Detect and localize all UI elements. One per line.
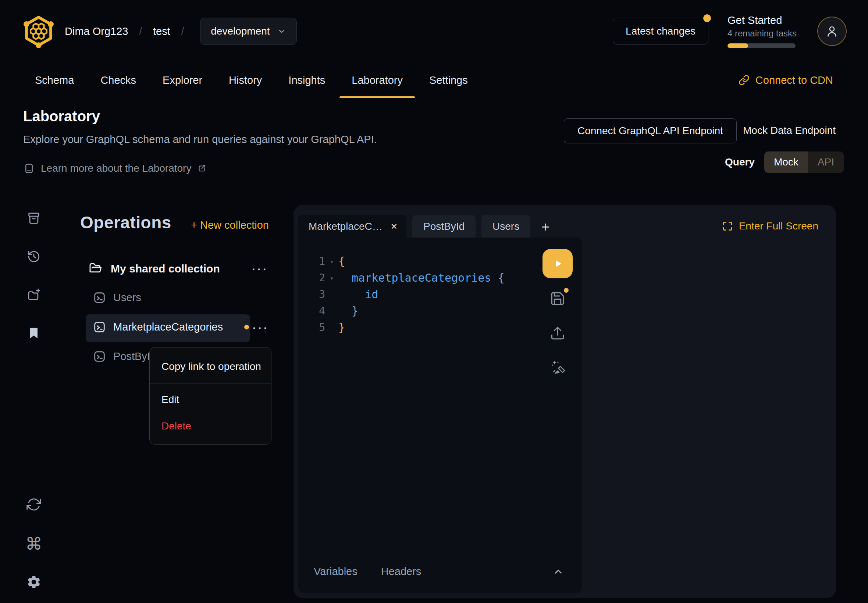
get-started-progressbar [727, 43, 795, 48]
tab-checks[interactable]: Checks [101, 62, 136, 98]
operation-item-marketplacecategories[interactable]: MarketplaceCategories [93, 321, 249, 334]
add-tab-button[interactable]: + [542, 219, 549, 235]
target-select-value: development [211, 25, 269, 37]
breadcrumb-separator: / [179, 26, 186, 37]
toggle-mock[interactable]: Mock [764, 152, 808, 173]
editor-tab-users[interactable]: Users [481, 215, 531, 238]
line-number: 2 [298, 272, 325, 284]
query-label: Query [725, 156, 755, 168]
code-line: 4 } [298, 303, 582, 319]
person-icon [825, 25, 839, 38]
line-number: 1 [298, 255, 325, 267]
new-collection-button[interactable]: + New collection [191, 219, 269, 231]
save-operation-button[interactable] [550, 291, 565, 306]
tab-insights[interactable]: Insights [288, 62, 325, 98]
close-icon[interactable]: ✕ [391, 222, 398, 232]
operation-icon [93, 291, 106, 304]
new-folder-icon[interactable] [0, 288, 68, 302]
laboratory-panel: Enter Full Screen MarketplaceC… ✕ PostBy… [294, 205, 836, 598]
book-icon [23, 162, 35, 174]
prettify-button[interactable] [549, 359, 566, 375]
code-line: 5 } [298, 319, 582, 336]
fullscreen-icon [722, 221, 733, 232]
command-glyph: ⌘ [25, 534, 42, 554]
collection-name: My shared collection [111, 263, 220, 275]
query-mode-toggle: Mock API [764, 152, 844, 173]
collapse-chevron-up-icon[interactable] [552, 566, 564, 578]
breadcrumb-project[interactable]: test [153, 25, 170, 37]
line-number: 4 [298, 305, 325, 317]
tools-rail: ⌘ [0, 195, 68, 603]
settings-gear-icon[interactable] [0, 574, 68, 590]
operation-label: MarketplaceCategories [113, 321, 223, 333]
tab-settings[interactable]: Settings [429, 62, 468, 98]
operation-context-menu: Copy link to operation Edit Delete [149, 347, 271, 445]
line-number: 3 [298, 288, 325, 300]
mock-data-endpoint-link[interactable]: Mock Data Endpoint [743, 125, 836, 136]
share-operation-button[interactable] [550, 325, 565, 341]
bookmark-icon[interactable] [0, 326, 68, 340]
operation-menu-button[interactable]: ··· [253, 322, 269, 335]
run-query-button[interactable] [543, 249, 572, 278]
tab-history[interactable]: History [229, 62, 262, 98]
hive-logo-icon[interactable] [21, 14, 56, 48]
code-token: marketplaceCategories [338, 271, 498, 284]
breadcrumb: Dima Org123 / test / development [21, 14, 297, 48]
variables-tab[interactable]: Variables [314, 566, 357, 578]
tab-schema[interactable]: Schema [35, 62, 74, 98]
notification-dot [703, 14, 711, 22]
code-token: { [498, 271, 504, 284]
menu-divider [150, 383, 271, 384]
operation-item-users[interactable]: Users [93, 291, 141, 304]
code-area[interactable]: 1 ▾ { 2 ▾ marketplaceCategories { 3 id 4… [298, 253, 582, 336]
shortcuts-icon[interactable]: ⌘ [0, 534, 68, 554]
headers-tab[interactable]: Headers [381, 566, 421, 578]
editor-tab-marketplacecategories[interactable]: MarketplaceC… ✕ [298, 215, 407, 238]
nav-tabs: Schema Checks Explorer History Insights … [35, 62, 468, 98]
code-line: 3 id [298, 286, 582, 303]
chevron-down-icon [277, 27, 286, 36]
query-mode-row: Query Mock API [725, 152, 844, 173]
menu-item-copy-link[interactable]: Copy link to operation [161, 361, 261, 373]
page-title: Laboratory [23, 108, 377, 125]
enter-fullscreen-link[interactable]: Enter Full Screen [722, 220, 818, 232]
collection-row[interactable]: My shared collection [89, 262, 220, 276]
connect-cdn-link[interactable]: Connect to CDN [738, 74, 833, 87]
learn-more-link[interactable]: Learn more about the Laboratory [23, 162, 377, 174]
collection-menu-button[interactable]: ··· [252, 263, 269, 276]
get-started-widget[interactable]: Get Started 4 remaining tasks [727, 14, 798, 48]
editor-actions [540, 249, 575, 375]
editor-tab-row: MarketplaceC… ✕ PostById Users + [298, 215, 549, 238]
enter-fullscreen-label: Enter Full Screen [739, 220, 818, 232]
latest-changes-button[interactable]: Latest changes [613, 18, 709, 45]
operation-icon [93, 350, 106, 363]
get-started-title: Get Started [727, 14, 798, 26]
history-icon[interactable] [0, 249, 68, 264]
menu-item-edit[interactable]: Edit [161, 394, 179, 405]
toggle-api[interactable]: API [808, 152, 844, 173]
editor-tab-postbyid[interactable]: PostById [412, 215, 475, 238]
external-link-icon [197, 164, 207, 173]
breadcrumb-org[interactable]: Dima Org123 [65, 25, 128, 37]
menu-item-delete[interactable]: Delete [161, 420, 191, 432]
operations-title: Operations [80, 212, 172, 232]
code-line: 2 ▾ marketplaceCategories { [298, 269, 582, 286]
refetch-schema-icon[interactable] [0, 497, 68, 512]
operation-item-postbyid[interactable]: PostById [93, 350, 156, 363]
tab-laboratory[interactable]: Laboratory [351, 62, 403, 98]
fold-icon[interactable]: ▾ [325, 257, 338, 266]
link-icon [738, 75, 750, 86]
code-token: } [338, 321, 345, 334]
query-editor[interactable]: 1 ▾ { 2 ▾ marketplaceCategories { 3 id 4… [298, 238, 582, 593]
user-avatar[interactable] [817, 17, 847, 46]
target-select[interactable]: development [200, 18, 296, 45]
tab-explorer[interactable]: Explorer [162, 62, 202, 98]
operation-icon [93, 321, 106, 334]
operation-collections-icon[interactable] [0, 211, 68, 226]
editor-bottom-bar: Variables Headers [298, 550, 582, 593]
fold-icon[interactable]: ▾ [325, 274, 338, 282]
editor-tab-label: MarketplaceC… [309, 221, 382, 232]
connect-graphql-endpoint-button[interactable]: Connect GraphQL API Endpoint [564, 118, 737, 144]
get-started-subtitle: 4 remaining tasks [727, 28, 798, 39]
line-number: 5 [298, 322, 325, 334]
